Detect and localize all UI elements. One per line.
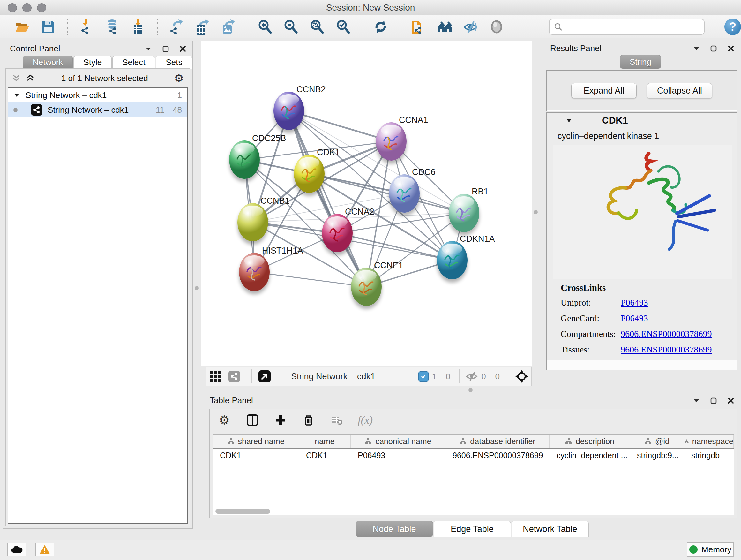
panel-maximize-icon[interactable] <box>162 45 170 53</box>
formula-builder-button[interactable]: f(x) <box>358 413 373 427</box>
network-collection-row[interactable]: String Network – cdk1 1 <box>8 88 187 103</box>
grid-view-button[interactable] <box>209 369 223 383</box>
panel-close-icon[interactable] <box>727 397 735 405</box>
results-scrollbar-track[interactable] <box>547 360 737 370</box>
tree-expand-icon[interactable] <box>13 92 20 98</box>
import-table-button[interactable] <box>129 18 147 36</box>
column-header-database-identifier[interactable]: database identifier <box>446 435 549 448</box>
network-edge-HIST1H1A-CCNE1[interactable] <box>254 272 366 287</box>
graphics-details-button[interactable] <box>461 18 479 36</box>
panel-maximize-icon[interactable] <box>710 45 718 52</box>
network-node-CCNE1[interactable] <box>351 267 382 306</box>
apply-layout-button[interactable] <box>372 18 390 36</box>
expand-all-button[interactable]: Expand All <box>571 83 636 98</box>
panel-close-icon[interactable] <box>727 45 735 52</box>
help-button[interactable]: ? <box>724 18 741 35</box>
panel-maximize-icon[interactable] <box>710 397 718 405</box>
export-table-button[interactable] <box>193 18 211 36</box>
crosslink-link[interactable]: P06493 <box>621 298 648 308</box>
network-node-CDK1[interactable] <box>294 154 325 193</box>
zoom-fit-button[interactable] <box>308 18 326 36</box>
horizontal-splitter-handle[interactable] <box>468 388 473 392</box>
crosslink-link[interactable]: P06493 <box>621 313 648 323</box>
network-node-CDKN1A[interactable] <box>437 241 468 279</box>
network-view-canvas[interactable]: CCNB2CCNA1CDC25BCDK1CDC6RB1CCNB1CCNA2CDK… <box>201 41 532 366</box>
zoom-out-button[interactable] <box>282 18 300 36</box>
horizontal-scrollbar[interactable] <box>215 509 270 514</box>
table-cell[interactable]: CDK1 <box>299 449 351 462</box>
expand-all-icon[interactable] <box>25 73 35 83</box>
table-cell[interactable]: 9606.ENSP00000378699 <box>446 449 549 462</box>
column-header-canonical-name[interactable]: canonical name <box>351 435 446 448</box>
tab-network-table[interactable]: Network Table <box>512 521 589 537</box>
column-header-namespace[interactable]: namespace <box>684 435 734 448</box>
right-splitter-handle[interactable] <box>534 210 538 214</box>
network-node-CDC25B[interactable] <box>229 140 260 179</box>
export-network-button[interactable] <box>166 18 185 36</box>
left-splitter-handle[interactable] <box>195 286 199 290</box>
network-node-CDC6[interactable] <box>389 174 420 212</box>
show-columns-button[interactable] <box>246 413 259 427</box>
selected-checkbox[interactable] <box>418 371 428 381</box>
panel-float-icon[interactable] <box>692 397 700 405</box>
delete-column-button[interactable] <box>301 413 316 427</box>
zoom-selected-button[interactable] <box>334 18 352 36</box>
open-session-button[interactable] <box>13 18 31 36</box>
column-header-name[interactable]: name <box>299 435 351 448</box>
tab-style[interactable]: Style <box>73 56 112 69</box>
import-network-file-button[interactable] <box>77 18 95 36</box>
table-cell[interactable]: stringdb:9... <box>630 449 684 462</box>
node-gloss <box>234 143 255 154</box>
column-header-description[interactable]: description <box>549 435 630 448</box>
cloud-status-button[interactable] <box>7 543 26 556</box>
crosslink-link[interactable]: 9606.ENSP00000378699 <box>621 345 712 355</box>
table-cell[interactable]: cyclin–dependent ... <box>549 449 630 462</box>
table-cell[interactable]: P06493 <box>351 449 446 462</box>
network-node-RB1[interactable] <box>449 194 479 232</box>
panel-close-icon[interactable] <box>179 45 187 53</box>
tab-node-table[interactable]: Node Table <box>356 521 433 537</box>
network-from-document-button[interactable] <box>409 18 427 36</box>
tab-edge-table[interactable]: Edge Table <box>434 521 511 537</box>
network-edge-CCNA2-CDKN1A[interactable] <box>337 233 452 260</box>
network-node-CCNB1[interactable] <box>238 203 268 241</box>
tab-sets[interactable]: Sets <box>156 56 192 69</box>
fit-selected-button[interactable] <box>515 369 529 383</box>
table-settings-button[interactable]: ⚙ <box>217 413 231 427</box>
crosslink-link[interactable]: 9606.ENSP00000378699 <box>621 329 712 339</box>
column-header-shared-name[interactable]: shared name <box>213 435 299 448</box>
delete-table-button[interactable] <box>330 413 344 427</box>
warning-status-button[interactable] <box>35 543 54 556</box>
tab-select[interactable]: Select <box>112 56 155 69</box>
memory-button[interactable]: Memory <box>687 542 734 557</box>
network-node-CCNA1[interactable] <box>376 122 407 161</box>
table-row[interactable]: CDK1CDK1P064939606.ENSP00000378699cyclin… <box>213 449 734 462</box>
save-session-button[interactable] <box>40 18 57 36</box>
panel-float-icon[interactable] <box>692 45 700 52</box>
export-image-button[interactable] <box>219 18 237 36</box>
panel-float-icon[interactable] <box>145 45 152 53</box>
table-cell[interactable]: CDK1 <box>213 449 299 462</box>
string-view-button[interactable] <box>227 369 241 383</box>
column-header--id[interactable]: @id <box>630 435 684 448</box>
collapse-all-button[interactable]: Collapse All <box>647 83 712 98</box>
tab-network[interactable]: Network <box>23 56 73 69</box>
import-network-database-button[interactable] <box>103 18 121 36</box>
network-node-HIST1H1A[interactable] <box>239 253 270 291</box>
search-input[interactable] <box>563 21 704 32</box>
network-node-CCNB2[interactable] <box>273 91 304 130</box>
birds-eye-toggle-button[interactable] <box>488 18 506 36</box>
collapse-gene-icon[interactable] <box>565 117 572 124</box>
zoom-in-button[interactable] <box>256 18 274 36</box>
tab-string[interactable]: String <box>620 55 661 69</box>
add-column-button[interactable] <box>273 413 287 427</box>
show-hide-panels-button[interactable] <box>435 18 454 36</box>
birds-eye-button[interactable] <box>258 369 272 383</box>
network-row[interactable]: String Network – cdk1 11 48 <box>8 103 187 117</box>
network-edge-CCNB2-CCNE1[interactable] <box>289 111 366 287</box>
gear-icon[interactable]: ⚙ <box>174 72 184 84</box>
network-node-CCNA2[interactable] <box>322 214 353 252</box>
table-cell[interactable]: stringdb <box>684 449 734 462</box>
network-edge-CCNB2-CCNA1[interactable] <box>289 111 391 141</box>
collapse-all-icon[interactable] <box>11 73 21 83</box>
